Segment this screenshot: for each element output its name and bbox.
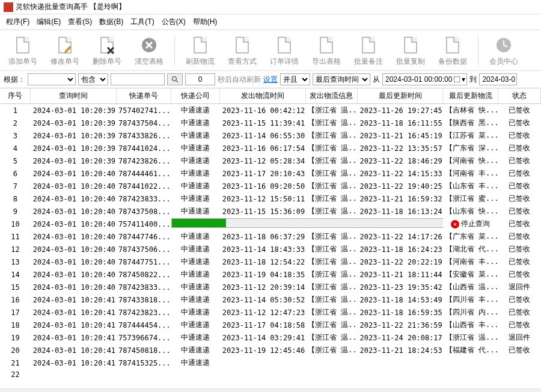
- time-field-combo[interactable]: 最后查询时间: [313, 73, 370, 85]
- toolbar-icon: [402, 35, 420, 55]
- progress-cell: [171, 218, 443, 230]
- calendar-icon: [454, 76, 460, 82]
- root-label: 根据：: [4, 75, 25, 85]
- table-row[interactable]: 32024-03-01 10:20:39787433826...中通速递2023…: [0, 129, 541, 142]
- toolbar-button[interactable]: 订单详情: [264, 34, 305, 68]
- toolbar-icon: [140, 35, 158, 55]
- toolbar-button[interactable]: 导出表格: [306, 34, 347, 68]
- toolbar-icon: [14, 35, 32, 55]
- svg-line-9: [176, 81, 178, 82]
- table-row[interactable]: 82024-03-01 10:20:40787423833...中通速递2023…: [0, 192, 541, 205]
- toolbar-button[interactable]: 会员中心: [483, 34, 524, 68]
- toolbar-button[interactable]: 删除单号: [87, 34, 127, 68]
- search-button[interactable]: [167, 73, 183, 85]
- table-row[interactable]: 202024-03-01 10:20:41787450818...中通速递202…: [0, 344, 541, 357]
- toolbar-button[interactable]: 查看方式: [222, 34, 263, 68]
- stop-icon: ✕: [451, 220, 459, 228]
- root-combo[interactable]: [28, 73, 76, 85]
- table-row[interactable]: 12024-03-01 10:20:39757402741...中通速递2023…: [0, 104, 541, 117]
- contains-combo[interactable]: 包含: [78, 73, 108, 85]
- toolbar-icon: [98, 35, 116, 55]
- table-row[interactable]: 22: [0, 369, 541, 380]
- table-header-row[interactable]: 序号查询时间快递单号快递公司发出物流时间发出物流信息最后更新时间最后更新物流状态: [0, 88, 541, 104]
- column-header[interactable]: 最后更新时间: [358, 88, 443, 104]
- menu-item[interactable]: 程序(F): [4, 16, 32, 28]
- table-row[interactable]: 142024-03-01 10:20:40787450822...中通速递202…: [0, 268, 541, 281]
- column-header[interactable]: 状态: [498, 88, 540, 104]
- and-combo[interactable]: 并且: [280, 73, 310, 85]
- table-row[interactable]: 62024-03-01 10:20:40787444461...中通速递2023…: [0, 167, 541, 180]
- table-row[interactable]: 152024-03-01 10:20:40787423833...中通速递202…: [0, 281, 541, 293]
- to-label: 到: [469, 75, 477, 85]
- toolbar-button[interactable]: 添加单号: [2, 34, 43, 68]
- search-icon: [171, 76, 179, 83]
- date-to-input[interactable]: 2024-03-0: [479, 73, 517, 85]
- toolbar-button[interactable]: 批量复制: [390, 34, 431, 68]
- toolbar-button[interactable]: 刷新物流: [180, 34, 221, 68]
- toolbar-button[interactable]: 批量备注: [348, 34, 389, 68]
- menubar: 程序(F)编辑(E)查看(S)数据(B)工具(T)公告(X)帮助(H): [0, 14, 541, 30]
- column-header[interactable]: 最后更新物流: [443, 88, 498, 104]
- data-table[interactable]: 序号查询时间快递单号快递公司发出物流时间发出物流信息最后更新时间最后更新物流状态…: [0, 88, 541, 388]
- keyword-input[interactable]: [111, 73, 165, 85]
- table-row[interactable]: 192024-03-01 10:20:41757396674...中通速递202…: [0, 331, 541, 344]
- toolbar-button[interactable]: 修改单号: [44, 34, 85, 68]
- column-header[interactable]: 发出物流信息: [305, 88, 357, 104]
- date-from-input[interactable]: 2024-03-01 00:00:00 ▾: [382, 73, 467, 85]
- filterbar: 根据： 包含 秒后自动刷新 设置 并且 最后查询时间 从 2024-03-01 …: [0, 71, 541, 88]
- toolbar-icon: [317, 35, 335, 55]
- menu-item[interactable]: 数据(B): [97, 16, 126, 28]
- column-header[interactable]: 发出物流时间: [220, 88, 305, 104]
- table-row[interactable]: 22024-03-01 10:20:39787437504...中通速递2023…: [0, 117, 541, 129]
- menu-item[interactable]: 帮助(H): [191, 16, 220, 28]
- column-header[interactable]: 快递单号: [116, 88, 171, 104]
- toolbar-icon: [233, 35, 251, 55]
- settings-link[interactable]: 设置: [263, 75, 278, 85]
- table-row[interactable]: 212024-03-01 10:20:41787415325...中通速递: [0, 357, 541, 369]
- titlebar: 灵软快递批量查询高手 【是玲啊】: [0, 0, 541, 14]
- toolbar-icon: [495, 35, 513, 55]
- table-row[interactable]: 92024-03-01 10:20:40787437508...中通速递2023…: [0, 205, 541, 218]
- window-title: 灵软快递批量查询高手 【是玲啊】: [16, 2, 126, 12]
- table-row[interactable]: 112024-03-01 10:20:40787447746...中通速递202…: [0, 230, 541, 243]
- toolbar-button[interactable]: 备份数据: [432, 34, 473, 68]
- from-label: 从: [373, 75, 380, 85]
- table-row[interactable]: 52024-03-01 10:20:39787423826...中通速递2023…: [0, 155, 541, 167]
- menu-item[interactable]: 公告(X): [159, 16, 188, 28]
- toolbar-icon: [56, 35, 74, 55]
- toolbar-icon: [444, 35, 462, 55]
- table-row[interactable]: 72024-03-01 10:20:40787441022...中通速递2023…: [0, 180, 541, 192]
- table-row[interactable]: 182024-03-01 10:20:41787444454...中通速递202…: [0, 319, 541, 331]
- toolbar-icon: [191, 35, 209, 55]
- menu-item[interactable]: 编辑(E): [34, 16, 63, 28]
- progress-bar: [171, 218, 443, 228]
- app-icon: [4, 2, 13, 12]
- toolbar-icon: [275, 35, 293, 55]
- table-row[interactable]: 172024-03-01 10:20:41787423823...中通速递202…: [0, 306, 541, 319]
- toolbar-button[interactable]: 清空表格: [129, 34, 170, 68]
- menu-item[interactable]: 查看(S): [66, 16, 94, 28]
- table-row[interactable]: 122024-03-01 10:20:40787437506...中通速递202…: [0, 243, 541, 256]
- column-header[interactable]: 快递公司: [171, 88, 220, 104]
- svg-point-8: [173, 77, 177, 81]
- chevron-down-icon: ▾: [462, 75, 465, 84]
- table-row[interactable]: 102024-03-01 10:20:40757411400...✕停止查询已签…: [0, 218, 541, 230]
- table-row[interactable]: 162024-03-01 10:20:41787433818...中通速递202…: [0, 293, 541, 306]
- table-row[interactable]: 42024-03-01 10:20:39787441024...中通速递2023…: [0, 142, 541, 155]
- stop-query-button[interactable]: ✕停止查询: [443, 218, 498, 230]
- menu-item[interactable]: 工具(T): [128, 16, 156, 28]
- toolbar: 添加单号修改单号删除单号清空表格刷新物流查看方式订单详情导出表格批量备注批量复制…: [0, 30, 541, 71]
- toolbar-icon: [359, 35, 377, 55]
- auto-refresh-label: 秒后自动刷新: [218, 75, 261, 85]
- table-row[interactable]: 132024-03-01 10:20:40787447751...中通速递202…: [0, 256, 541, 268]
- seconds-input[interactable]: [185, 73, 215, 85]
- column-header[interactable]: 查询时间: [31, 88, 116, 104]
- column-header[interactable]: 序号: [0, 88, 31, 104]
